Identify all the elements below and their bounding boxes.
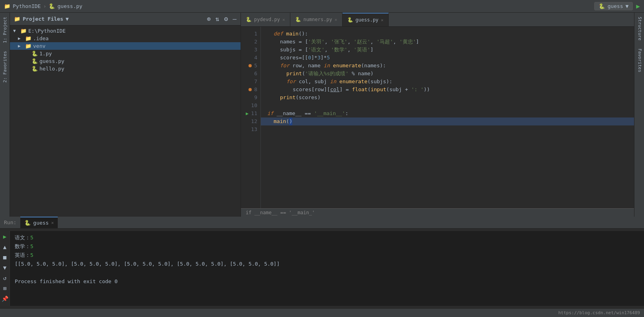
code-line-2: names = ['关羽', '张飞', '赵云', '马超', '黄忠'] [261,38,634,46]
tree-item-1py[interactable]: ▶ 🐍 1.py [10,50,241,57]
tree-item-hellopy[interactable]: ▶ 🐍 hello.py [10,65,241,72]
code-line-6: print('请输入%s的成绩' % name) [261,70,634,78]
str-yuwen: '语文' [308,46,325,54]
paren8a: ( [368,86,371,94]
project-title[interactable]: 📁 Project Files ▼ [14,16,69,22]
tab-close-pydevd[interactable]: ✕ [282,17,285,22]
tree-label-guesspy: guess.py [39,58,65,64]
comma2d: , [393,38,399,46]
comma2b: , [347,38,354,46]
run-tab-icon: 🐍 [24,220,31,226]
tab-label-guess: guess.py [356,17,379,23]
value-shuxue: 5 [30,243,33,249]
var-scores9: scores [299,94,317,102]
num-3: 3 [317,54,321,62]
code-line-4: scores=[[0]*3]*5 [261,54,634,62]
tree-item-root[interactable]: ▼ 📁 E:\PythonIDE [10,27,241,35]
code-area[interactable]: def main(): names = ['关羽', '张飞', '赵云', '… [261,27,634,208]
breadcrumb-file: guess.py [57,3,82,9]
kw-in5: in [324,62,333,70]
locate-icon[interactable]: ⊕ [207,15,211,23]
editor-content[interactable]: 1 2 3 4 5 6 7 8 9 10 ▶ 11 [241,27,634,208]
paren8b: ( [386,86,390,94]
line-num-1: 1 [241,30,260,38]
bracket4b: ] [311,54,314,62]
run-action-up[interactable]: ▲ [1,243,9,251]
title-bar: 📁 PythonIDE › 🐍 guess.py 🐍 guess ▼ ▶ [0,0,644,13]
run-config-selector[interactable]: 🐍 guess ▼ [594,2,633,10]
tree-item-guesspy[interactable]: ▶ 🐍 guess.py [10,57,241,65]
fn-print9: print [280,94,296,102]
project-dropdown-icon[interactable]: ▼ [66,16,69,22]
sidebar-tab-structure[interactable]: Structure [634,13,644,45]
run-button[interactable]: ▶ [636,2,640,10]
tab-label-pydevd: pydevd.py [254,17,280,22]
paren5a: ( [361,62,364,70]
project-header-actions: ⊕ ⇅ ⚙ — [207,15,237,23]
terminal-line-empty [15,268,639,277]
code-line-8: scores[row][col] = float(input(subj + ':… [261,86,634,94]
bottom-panel: Run: 🐍 guess ✕ ▶ ▲ ■ ▼ ↺ ⊞ 📌 语文：5 数学：5 英… [0,217,644,308]
breadcrumb-separator: › [43,3,46,9]
sidebar-tab-favorites[interactable]: 2: Favorites [1,47,9,86]
bracket8c: ] [339,86,346,94]
arrow-root: ▼ [13,28,19,33]
title-bar-right: 🐍 guess ▼ ▶ [594,2,640,10]
folder-icon-root: 📁 [20,28,27,34]
tab-run-guess[interactable]: 🐍 guess ✕ [20,217,58,228]
file-icon-titlebar: 🐍 [49,3,55,9]
terminal-line-process: Process finished with exit code 0 [15,277,639,286]
fn-main: main [286,30,298,38]
run-action-grid[interactable]: ⊞ [1,284,9,292]
line-num-10: 10 [241,102,260,110]
tree-item-idea[interactable]: ▶ 📁 .idea [10,35,241,42]
run-action-pin[interactable]: 📌 [1,295,9,303]
param-hint-bar: if __name__ == '__main_' [241,208,634,217]
kw-in7: in [330,78,339,86]
paren12a: ( [286,117,289,125]
line-num-13: 13 [241,125,260,133]
tab-pydevd[interactable]: 🐍 pydevd.py ✕ [241,13,290,26]
settings-icon[interactable]: ⚙ [224,15,228,23]
run-action-stop[interactable]: ■ [1,253,9,261]
tab-guess[interactable]: 🐍 guess.py ✕ [343,13,389,26]
num-5: 5 [327,54,330,62]
paren9a: ( [296,94,299,102]
tab-icon-pydevd: 🐍 [246,17,252,22]
tree-item-venv[interactable]: ▶ 📁 venv [10,42,241,50]
status-right: https://blog.csdn.net/win176489 [558,310,640,315]
var-scores8: scores [293,86,311,94]
line-num-3: 3 [241,46,260,54]
project-title-label: Project Files [23,16,63,22]
bracket8a: [ [311,86,315,94]
tab-numners[interactable]: 🐍 numners.py ✕ [290,13,343,26]
line-num-2: 2 [241,38,260,46]
value-yingyu: 5 [30,252,33,258]
collapse-icon[interactable]: ⇅ [215,15,219,23]
value-yuwen: 5 [30,235,33,241]
line-num-4: 4 [241,54,260,62]
tree-label-1py: 1.py [39,51,52,57]
run-tab-close[interactable]: ✕ [51,220,54,225]
terminal-line-output: [[5.0, 5.0, 5.0], [5.0, 5.0, 5.0], [5.0,… [15,260,639,268]
tab-close-numners[interactable]: ✕ [335,17,337,22]
fn-input8: input [371,86,386,94]
prompt-yingyu: 英语： [15,252,30,258]
tab-close-guess[interactable]: ✕ [381,18,384,23]
fn-main12: main [274,117,286,125]
editor-tabs: 🐍 pydevd.py ✕ 🐍 numners.py ✕ 🐍 guess.py … [241,13,634,27]
run-action-play[interactable]: ▶ [1,233,9,241]
minimize-icon[interactable]: — [233,15,237,23]
bracket4a: [[ [302,54,308,62]
run-action-down[interactable]: ▼ [1,264,9,272]
sidebar-tab-favorites-right[interactable]: Favorites [634,45,644,76]
breadcrumb-project[interactable]: PythonIDE [13,3,41,9]
exec-arrow-11: ▶ [246,110,249,117]
var-subjs: subjs [280,46,299,54]
terminal-line-yuwen: 语文：5 [15,233,639,242]
fn-print6: print [286,70,302,78]
run-action-rerun[interactable]: ↺ [1,274,9,282]
cursor-paren12: ) [289,117,292,125]
var-names: names [280,38,299,46]
sidebar-tab-project[interactable]: 1: Project [1,13,9,47]
